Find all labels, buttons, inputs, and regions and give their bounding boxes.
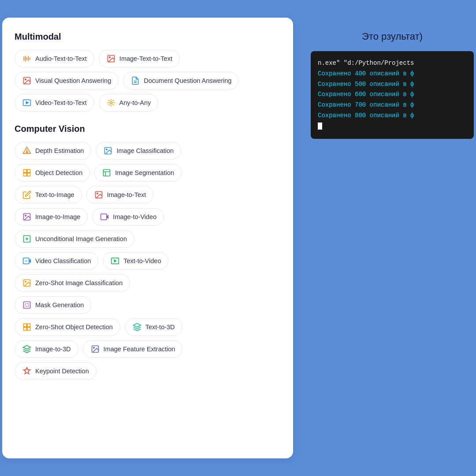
tag-any-to-any[interactable]: Any-to-Any: [99, 94, 159, 112]
image-to-text-icon: [94, 190, 104, 200]
svg-line-18: [108, 100, 109, 101]
tag-image-feature-extraction[interactable]: Image Feature Extraction: [83, 340, 183, 358]
document-question-answering-icon: [130, 76, 140, 86]
svg-rect-48: [24, 324, 27, 327]
tag-object-detection[interactable]: Object Detection: [15, 164, 90, 182]
tag-mask-generation[interactable]: Mask Generation: [15, 296, 91, 314]
image-to-image-icon: [22, 212, 32, 222]
svg-line-20: [108, 104, 109, 105]
cv-row: Keypoint Detection: [15, 362, 281, 380]
svg-point-26: [106, 149, 108, 150]
depth-estimation-label: Depth Estimation: [35, 147, 84, 154]
caption-text: Это рзультат): [311, 31, 474, 42]
svg-point-53: [93, 347, 94, 349]
any-to-any-icon: [106, 98, 116, 108]
document-question-answering-label: Document Question Answering: [144, 77, 231, 84]
cv-row: Zero-Shot Image Classification: [15, 274, 281, 292]
tag-visual-question-answering[interactable]: Visual Question Answering: [15, 72, 119, 89]
depth-estimation-icon: [22, 146, 32, 156]
text-to-3d-label: Text-to-3D: [145, 324, 175, 331]
video-text-to-text-icon: [22, 98, 32, 108]
svg-rect-36: [101, 214, 107, 219]
any-to-any-label: Any-to-Any: [119, 99, 151, 106]
visual-question-answering-label: Visual Question Answering: [35, 77, 111, 84]
image-to-3d-label: Image-to-3D: [35, 346, 71, 353]
text-to-image-icon: [22, 190, 32, 200]
image-classification-icon: [103, 146, 113, 156]
zero-shot-image-classification-label: Zero-Shot Image Classification: [35, 279, 123, 286]
svg-line-21: [112, 100, 113, 101]
tag-image-to-image[interactable]: Image-to-Image: [15, 208, 88, 226]
terminal-line: Сохранено 500 описаний в ф: [318, 79, 467, 90]
terminal-lines: Сохранено 400 описаний в фСохранено 500 …: [318, 69, 467, 121]
text-to-image-label: Text-to-Image: [35, 191, 74, 198]
tag-image-to-3d[interactable]: Image-to-3D: [15, 340, 78, 358]
image-to-text-label: Image-to-Text: [107, 191, 146, 198]
image-classification-label: Image Classification: [116, 147, 174, 154]
svg-rect-49: [27, 324, 30, 327]
image-feature-extraction-icon: [90, 344, 100, 354]
tag-image-text-to-text[interactable]: Image-Text-to-Text: [99, 50, 180, 67]
tag-video-classification[interactable]: Video Classification: [15, 252, 98, 270]
audio-text-to-text-label: Audio-Text-to-Text: [35, 55, 87, 62]
zero-shot-object-detection-icon: [22, 322, 32, 332]
text-to-3d-icon: [132, 322, 142, 332]
tag-text-to-video[interactable]: Text-to-Video: [103, 252, 168, 270]
multimodal-tags: Audio-Text-to-TextImage-Text-to-TextVisu…: [15, 50, 281, 112]
tag-zero-shot-object-detection[interactable]: Zero-Shot Object Detection: [15, 318, 120, 336]
terminal-cursor: [318, 121, 467, 132]
terminal-line: Сохранено 600 описаний в ф: [318, 89, 467, 100]
image-segmentation-label: Image Segmentation: [115, 169, 174, 176]
terminal-line: Сохранено 800 описаний в ф: [318, 111, 467, 121]
left-panel: Multimodal Audio-Text-to-TextImage-Text-…: [2, 18, 293, 458]
svg-line-19: [112, 104, 113, 105]
svg-marker-12: [26, 102, 28, 104]
tag-depth-estimation[interactable]: Depth Estimation: [15, 142, 91, 160]
video-classification-label: Video Classification: [35, 257, 91, 264]
tag-keypoint-detection[interactable]: Keypoint Detection: [15, 362, 97, 380]
tag-text-to-3d[interactable]: Text-to-3D: [125, 318, 182, 336]
keypoint-detection-icon: [22, 366, 32, 376]
mask-generation-icon: [22, 300, 32, 310]
cv-row: Image-to-3DImage Feature Extraction: [15, 340, 281, 358]
svg-point-46: [25, 281, 26, 283]
object-detection-label: Object Detection: [35, 169, 82, 176]
cv-row: Image-to-ImageImage-to-Video: [15, 208, 281, 226]
svg-point-35: [25, 215, 26, 216]
image-to-image-label: Image-to-Image: [35, 213, 80, 220]
terminal-line: Сохранено 400 описаний в ф: [318, 69, 467, 79]
multimodal-title: Multimodal: [15, 32, 281, 42]
svg-rect-47: [24, 302, 30, 309]
image-to-video-label: Image-to-Video: [113, 213, 156, 220]
image-text-to-text-icon: [106, 54, 116, 63]
terminal: n.exe" "d:/Python/Projects Сохранено 400…: [311, 51, 474, 139]
image-feature-extraction-label: Image Feature Extraction: [104, 346, 175, 353]
unconditional-image-generation-label: Unconditional Image Generation: [35, 235, 127, 242]
image-text-to-text-label: Image-Text-to-Text: [119, 55, 172, 62]
cv-row: Video ClassificationText-to-Video: [15, 252, 281, 270]
tag-image-segmentation[interactable]: Image Segmentation: [94, 164, 182, 182]
tag-text-to-image[interactable]: Text-to-Image: [15, 186, 82, 204]
image-to-3d-icon: [22, 344, 32, 354]
audio-text-to-text-icon: [22, 54, 32, 63]
tag-audio-text-to-text[interactable]: Audio-Text-to-Text: [15, 50, 94, 67]
tag-image-to-text[interactable]: Image-to-Text: [86, 186, 154, 204]
mask-generation-label: Mask Generation: [35, 301, 84, 309]
svg-rect-30: [27, 173, 30, 176]
video-classification-icon: [22, 256, 32, 266]
terminal-path-line: n.exe" "d:/Python/Projects: [318, 58, 467, 69]
tag-image-classification[interactable]: Image Classification: [96, 142, 181, 160]
tag-video-text-to-text[interactable]: Video-Text-to-Text: [15, 94, 94, 112]
svg-point-33: [97, 193, 98, 194]
cv-row: Mask Generation: [15, 296, 281, 314]
zero-shot-object-detection-label: Zero-Shot Object Detection: [35, 324, 113, 331]
svg-rect-29: [24, 173, 27, 176]
text-to-video-icon: [110, 256, 120, 266]
tag-unconditional-image-generation[interactable]: Unconditional Image Generation: [15, 230, 134, 248]
object-detection-icon: [22, 168, 32, 178]
tag-zero-shot-image-classification[interactable]: Zero-Shot Image Classification: [15, 274, 130, 292]
main-layout: Multimodal Audio-Text-to-TextImage-Text-…: [0, 4, 476, 472]
keypoint-detection-label: Keypoint Detection: [35, 368, 89, 375]
tag-document-question-answering[interactable]: Document Question Answering: [123, 72, 239, 89]
tag-image-to-video[interactable]: Image-to-Video: [92, 208, 164, 226]
